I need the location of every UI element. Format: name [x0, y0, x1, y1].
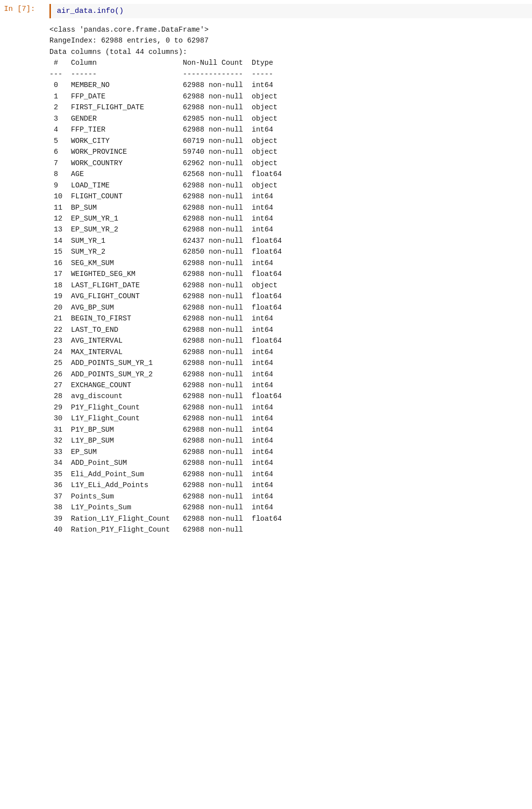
- output-line: 0 MEMBER_NO 62988 non-null int64: [49, 80, 532, 90]
- output-line: RangeIndex: 62988 entries, 0 to 62987: [49, 35, 532, 46]
- output-line: 6 WORK_PROVINCE 59740 non-null object: [49, 146, 532, 157]
- output-line: 29 P1Y_Flight_Count 62988 non-null int64: [49, 402, 532, 413]
- output-line: 16 SEG_KM_SUM 62988 non-null int64: [49, 258, 532, 269]
- output-line: 7 WORK_COUNTRY 62962 non-null object: [49, 158, 532, 169]
- output-line: 32 L1Y_BP_SUM 62988 non-null int64: [49, 435, 532, 446]
- cell-output: <class 'pandas.core.frame.DataFrame'>Ran…: [0, 22, 532, 538]
- output-line: 18 LAST_FLIGHT_DATE 62988 non-null objec…: [49, 280, 532, 291]
- output-line: 30 L1Y_Flight_Count 62988 non-null int64: [49, 413, 532, 424]
- output-line: 33 EP_SUM 62988 non-null int64: [49, 447, 532, 457]
- output-line: 37 Points_Sum 62988 non-null int64: [49, 491, 532, 502]
- output-line: 20 AVG_BP_SUM 62988 non-null float64: [49, 302, 532, 313]
- output-line: 22 LAST_TO_END 62988 non-null int64: [49, 324, 532, 335]
- output-line: 35 Eli_Add_Point_Sum 62988 non-null int6…: [49, 469, 532, 480]
- output-line: 9 LOAD_TIME 62988 non-null object: [49, 180, 532, 191]
- output-line: 24 MAX_INTERVAL 62988 non-null int64: [49, 347, 532, 358]
- output-line: 15 SUM_YR_2 62850 non-null float64: [49, 246, 532, 257]
- output-line: 40 Ration_P1Y_Flight_Count 62988 non-nul…: [49, 524, 532, 535]
- notebook-cell-7: In [7]: air_data.info(): [0, 0, 532, 22]
- output-line: 26 ADD_POINTS_SUM_YR_2 62988 non-null in…: [49, 369, 532, 380]
- cell-label: In [7]:: [0, 4, 49, 18]
- output-line: 1 FFP_DATE 62988 non-null object: [49, 91, 532, 102]
- output-line: 34 ADD_Point_SUM 62988 non-null int64: [49, 457, 532, 468]
- output-line: 36 L1Y_ELi_Add_Points 62988 non-null int…: [49, 480, 532, 491]
- output-line: 28 avg_discount 62988 non-null float64: [49, 391, 532, 402]
- output-line: 2 FIRST_FLIGHT_DATE 62988 non-null objec…: [49, 102, 532, 113]
- output-line: 12 EP_SUM_YR_1 62988 non-null int64: [49, 213, 532, 224]
- output-line: --- ------ -------------- -----: [49, 69, 532, 80]
- output-line: 19 AVG_FLIGHT_COUNT 62988 non-null float…: [49, 291, 532, 302]
- cell-input[interactable]: air_data.info(): [49, 4, 532, 18]
- output-line: Data columns (total 44 columns):: [49, 46, 532, 57]
- output-line: 3 GENDER 62985 non-null object: [49, 113, 532, 124]
- output-line: 5 WORK_CITY 60719 non-null object: [49, 135, 532, 146]
- output-line: 38 L1Y_Points_Sum 62988 non-null int64: [49, 502, 532, 513]
- output-line: 39 Ration_L1Y_Flight_Count 62988 non-nul…: [49, 513, 532, 524]
- output-line: 23 AVG_INTERVAL 62988 non-null float64: [49, 335, 532, 346]
- output-line: 21 BEGIN_TO_FIRST 62988 non-null int64: [49, 313, 532, 324]
- output-line: # Column Non-Null Count Dtype: [49, 57, 532, 68]
- output-line: 14 SUM_YR_1 62437 non-null float64: [49, 235, 532, 246]
- output-line: 31 P1Y_BP_SUM 62988 non-null int64: [49, 424, 532, 435]
- output-line: 13 EP_SUM_YR_2 62988 non-null int64: [49, 224, 532, 235]
- output-line: 10 FLIGHT_COUNT 62988 non-null int64: [49, 191, 532, 202]
- output-line: 4 FFP_TIER 62988 non-null int64: [49, 124, 532, 135]
- output-line: 25 ADD_POINTS_SUM_YR_1 62988 non-null in…: [49, 358, 532, 368]
- output-line: 8 AGE 62568 non-null float64: [49, 169, 532, 180]
- output-line: 17 WEIGHTED_SEG_KM 62988 non-null float6…: [49, 269, 532, 279]
- output-line: 27 EXCHANGE_COUNT 62988 non-null int64: [49, 380, 532, 391]
- output-line: <class 'pandas.core.frame.DataFrame'>: [49, 24, 532, 35]
- output-line: 11 BP_SUM 62988 non-null int64: [49, 202, 532, 213]
